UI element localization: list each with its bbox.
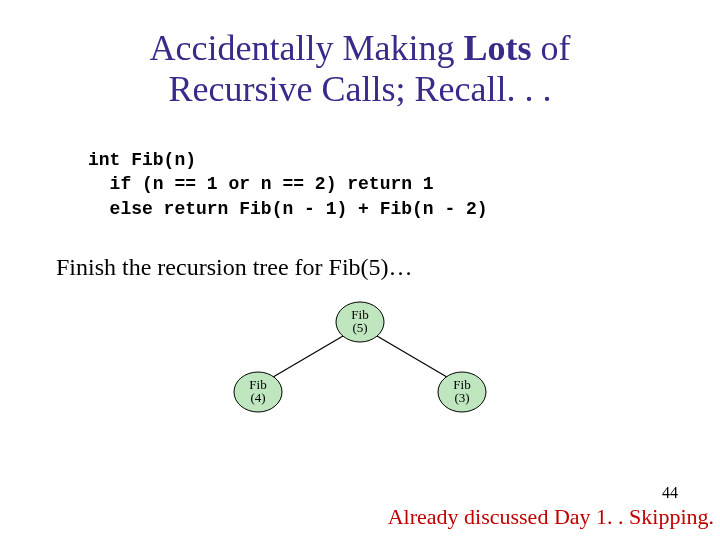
footer: 44 Already discussed Day 1. . Skipping. <box>388 484 714 530</box>
title-line2: Recursive Calls; Recall. . . <box>169 69 552 109</box>
tree-node-right-l2: (3) <box>454 390 469 405</box>
slide: Accidentally Making Lots of Recursive Ca… <box>0 0 720 540</box>
title-post: of <box>531 28 570 68</box>
code-line-3: else return Fib(n - 1) + Fib(n - 2) <box>88 199 488 219</box>
code-line-2: if (n == 1 or n == 2) return 1 <box>88 174 434 194</box>
tree-node-right: Fib (3) <box>438 372 486 412</box>
tree-node-left: Fib (4) <box>234 372 282 412</box>
title-bold: Lots <box>463 28 531 68</box>
tree-edge-right <box>377 336 452 380</box>
title-pre: Accidentally Making <box>150 28 464 68</box>
recursion-tree: Fib (5) Fib (4) Fib (3) <box>0 298 720 468</box>
page-number: 44 <box>388 484 678 502</box>
tree-node-left-l2: (4) <box>250 390 265 405</box>
tree-node-root: Fib (5) <box>336 302 384 342</box>
tree-node-root-l2: (5) <box>352 320 367 335</box>
slide-title: Accidentally Making Lots of Recursive Ca… <box>0 28 720 111</box>
skip-note: Already discussed Day 1. . Skipping. <box>388 504 714 530</box>
tree-edge-left <box>268 336 343 380</box>
code-line-1: int Fib(n) <box>88 150 196 170</box>
code-block: int Fib(n) if (n == 1 or n == 2) return … <box>88 148 488 221</box>
prompt-text: Finish the recursion tree for Fib(5)… <box>56 254 413 281</box>
